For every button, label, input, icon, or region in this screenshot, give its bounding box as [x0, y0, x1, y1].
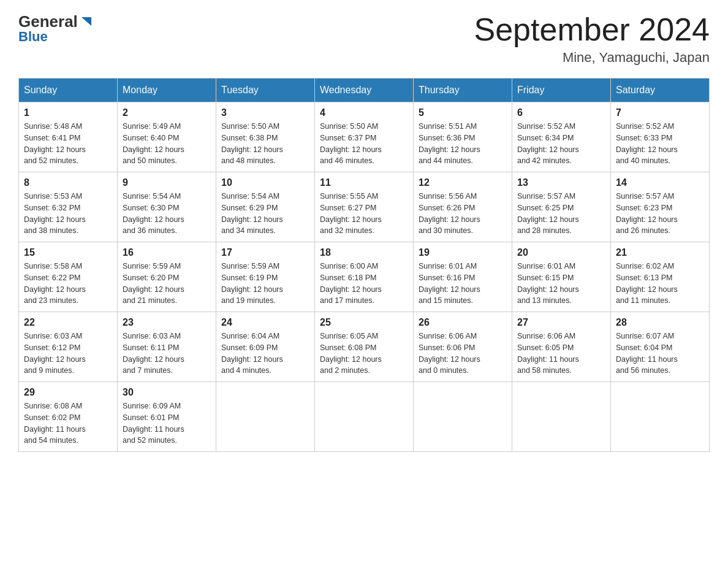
day-info: Sunrise: 6:08 AMSunset: 6:02 PMDaylight:… — [24, 400, 112, 446]
day-number: 23 — [123, 317, 211, 328]
day-info: Sunrise: 6:09 AMSunset: 6:01 PMDaylight:… — [123, 400, 211, 446]
table-row: 1Sunrise: 5:48 AMSunset: 6:41 PMDaylight… — [19, 102, 118, 172]
table-row: 26Sunrise: 6:06 AMSunset: 6:06 PMDayligh… — [414, 312, 512, 382]
day-info: Sunrise: 5:59 AMSunset: 6:19 PMDaylight:… — [221, 261, 309, 307]
table-row: 23Sunrise: 6:03 AMSunset: 6:11 PMDayligh… — [118, 312, 216, 382]
table-row: 8Sunrise: 5:53 AMSunset: 6:32 PMDaylight… — [19, 172, 118, 242]
logo-blue: Blue — [18, 29, 48, 45]
day-number: 18 — [320, 247, 408, 258]
day-info: Sunrise: 5:54 AMSunset: 6:29 PMDaylight:… — [221, 191, 309, 237]
day-info: Sunrise: 5:51 AMSunset: 6:36 PMDaylight:… — [419, 121, 507, 167]
day-number: 28 — [616, 317, 704, 328]
logo: General Blue — [18, 12, 93, 45]
day-number: 26 — [419, 317, 507, 328]
table-row: 27Sunrise: 6:06 AMSunset: 6:05 PMDayligh… — [512, 312, 611, 382]
table-row: 14Sunrise: 5:57 AMSunset: 6:23 PMDayligh… — [611, 172, 710, 242]
day-info: Sunrise: 6:03 AMSunset: 6:12 PMDaylight:… — [24, 331, 112, 377]
table-row: 21Sunrise: 6:02 AMSunset: 6:13 PMDayligh… — [611, 242, 710, 312]
day-info: Sunrise: 5:58 AMSunset: 6:22 PMDaylight:… — [24, 261, 112, 307]
day-info: Sunrise: 5:48 AMSunset: 6:41 PMDaylight:… — [24, 121, 112, 167]
day-info: Sunrise: 5:52 AMSunset: 6:34 PMDaylight:… — [517, 121, 605, 167]
day-number: 22 — [24, 317, 112, 328]
day-info: Sunrise: 5:50 AMSunset: 6:38 PMDaylight:… — [221, 121, 309, 167]
day-number: 16 — [123, 247, 211, 258]
day-number: 11 — [320, 177, 408, 188]
col-monday: Monday — [118, 79, 216, 102]
svg-marker-0 — [82, 17, 91, 26]
page-header: General Blue September 2024 Mine, Yamagu… — [18, 12, 710, 66]
table-row: 13Sunrise: 5:57 AMSunset: 6:25 PMDayligh… — [512, 172, 611, 242]
day-number: 12 — [419, 177, 507, 188]
day-info: Sunrise: 5:50 AMSunset: 6:37 PMDaylight:… — [320, 121, 408, 167]
day-info: Sunrise: 5:49 AMSunset: 6:40 PMDaylight:… — [123, 121, 211, 167]
day-number: 3 — [221, 107, 309, 118]
day-number: 27 — [517, 317, 605, 328]
table-row: 18Sunrise: 6:00 AMSunset: 6:18 PMDayligh… — [315, 242, 414, 312]
table-row — [611, 382, 710, 452]
table-row: 9Sunrise: 5:54 AMSunset: 6:30 PMDaylight… — [118, 172, 216, 242]
table-row: 17Sunrise: 5:59 AMSunset: 6:19 PMDayligh… — [216, 242, 315, 312]
table-row: 11Sunrise: 5:55 AMSunset: 6:27 PMDayligh… — [315, 172, 414, 242]
table-row: 6Sunrise: 5:52 AMSunset: 6:34 PMDaylight… — [512, 102, 611, 172]
col-friday: Friday — [512, 79, 611, 102]
day-number: 8 — [24, 177, 112, 188]
day-number: 24 — [221, 317, 309, 328]
day-info: Sunrise: 6:02 AMSunset: 6:13 PMDaylight:… — [616, 261, 704, 307]
table-row: 25Sunrise: 6:05 AMSunset: 6:08 PMDayligh… — [315, 312, 414, 382]
col-tuesday: Tuesday — [216, 79, 315, 102]
month-title: September 2024 — [474, 12, 710, 47]
table-row: 4Sunrise: 5:50 AMSunset: 6:37 PMDaylight… — [315, 102, 414, 172]
day-info: Sunrise: 5:56 AMSunset: 6:26 PMDaylight:… — [419, 191, 507, 237]
day-info: Sunrise: 5:53 AMSunset: 6:32 PMDaylight:… — [24, 191, 112, 237]
day-number: 14 — [616, 177, 704, 188]
day-number: 29 — [24, 387, 112, 398]
day-number: 19 — [419, 247, 507, 258]
day-number: 21 — [616, 247, 704, 258]
table-row: 19Sunrise: 6:01 AMSunset: 6:16 PMDayligh… — [414, 242, 512, 312]
calendar-week-row: 8Sunrise: 5:53 AMSunset: 6:32 PMDaylight… — [19, 172, 710, 242]
table-row: 2Sunrise: 5:49 AMSunset: 6:40 PMDaylight… — [118, 102, 216, 172]
day-info: Sunrise: 5:52 AMSunset: 6:33 PMDaylight:… — [616, 121, 704, 167]
day-info: Sunrise: 6:06 AMSunset: 6:06 PMDaylight:… — [419, 331, 507, 377]
title-section: September 2024 Mine, Yamaguchi, Japan — [474, 12, 710, 66]
table-row: 10Sunrise: 5:54 AMSunset: 6:29 PMDayligh… — [216, 172, 315, 242]
day-number: 9 — [123, 177, 211, 188]
day-number: 20 — [517, 247, 605, 258]
day-info: Sunrise: 6:03 AMSunset: 6:11 PMDaylight:… — [123, 331, 211, 377]
day-number: 5 — [419, 107, 507, 118]
day-number: 10 — [221, 177, 309, 188]
day-info: Sunrise: 6:07 AMSunset: 6:04 PMDaylight:… — [616, 331, 704, 377]
day-info: Sunrise: 5:57 AMSunset: 6:25 PMDaylight:… — [517, 191, 605, 237]
day-number: 2 — [123, 107, 211, 118]
calendar-week-row: 1Sunrise: 5:48 AMSunset: 6:41 PMDaylight… — [19, 102, 710, 172]
day-number: 30 — [123, 387, 211, 398]
day-info: Sunrise: 6:05 AMSunset: 6:08 PMDaylight:… — [320, 331, 408, 377]
day-info: Sunrise: 6:00 AMSunset: 6:18 PMDaylight:… — [320, 261, 408, 307]
day-number: 7 — [616, 107, 704, 118]
table-row: 16Sunrise: 5:59 AMSunset: 6:20 PMDayligh… — [118, 242, 216, 312]
day-info: Sunrise: 6:01 AMSunset: 6:15 PMDaylight:… — [517, 261, 605, 307]
day-info: Sunrise: 5:55 AMSunset: 6:27 PMDaylight:… — [320, 191, 408, 237]
day-number: 15 — [24, 247, 112, 258]
table-row: 12Sunrise: 5:56 AMSunset: 6:26 PMDayligh… — [414, 172, 512, 242]
day-number: 17 — [221, 247, 309, 258]
table-row: 5Sunrise: 5:51 AMSunset: 6:36 PMDaylight… — [414, 102, 512, 172]
logo-triangle-icon — [80, 15, 93, 28]
day-info: Sunrise: 6:06 AMSunset: 6:05 PMDaylight:… — [517, 331, 605, 377]
table-row — [216, 382, 315, 452]
table-row: 3Sunrise: 5:50 AMSunset: 6:38 PMDaylight… — [216, 102, 315, 172]
day-number: 4 — [320, 107, 408, 118]
table-row: 28Sunrise: 6:07 AMSunset: 6:04 PMDayligh… — [611, 312, 710, 382]
location: Mine, Yamaguchi, Japan — [474, 50, 710, 66]
calendar-week-row: 22Sunrise: 6:03 AMSunset: 6:12 PMDayligh… — [19, 312, 710, 382]
table-row: 7Sunrise: 5:52 AMSunset: 6:33 PMDaylight… — [611, 102, 710, 172]
table-row: 24Sunrise: 6:04 AMSunset: 6:09 PMDayligh… — [216, 312, 315, 382]
day-info: Sunrise: 5:57 AMSunset: 6:23 PMDaylight:… — [616, 191, 704, 237]
col-thursday: Thursday — [414, 79, 512, 102]
day-info: Sunrise: 6:04 AMSunset: 6:09 PMDaylight:… — [221, 331, 309, 377]
table-row — [414, 382, 512, 452]
table-row: 30Sunrise: 6:09 AMSunset: 6:01 PMDayligh… — [118, 382, 216, 452]
day-number: 1 — [24, 107, 112, 118]
table-row: 29Sunrise: 6:08 AMSunset: 6:02 PMDayligh… — [19, 382, 118, 452]
day-number: 6 — [517, 107, 605, 118]
